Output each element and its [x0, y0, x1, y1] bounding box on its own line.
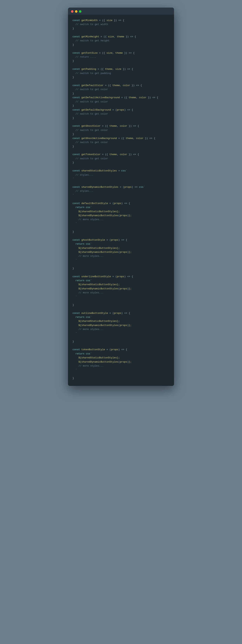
close-button[interactable]	[71, 10, 73, 13]
maximize-button[interactable]	[79, 10, 81, 13]
code-editor[interactable]: const getMinWidth = ({ size }) => { // s…	[68, 14, 174, 386]
minimize-button[interactable]	[75, 10, 77, 13]
titlebar	[68, 8, 174, 14]
code-window: const getMinWidth = ({ size }) => { // s…	[68, 8, 174, 386]
